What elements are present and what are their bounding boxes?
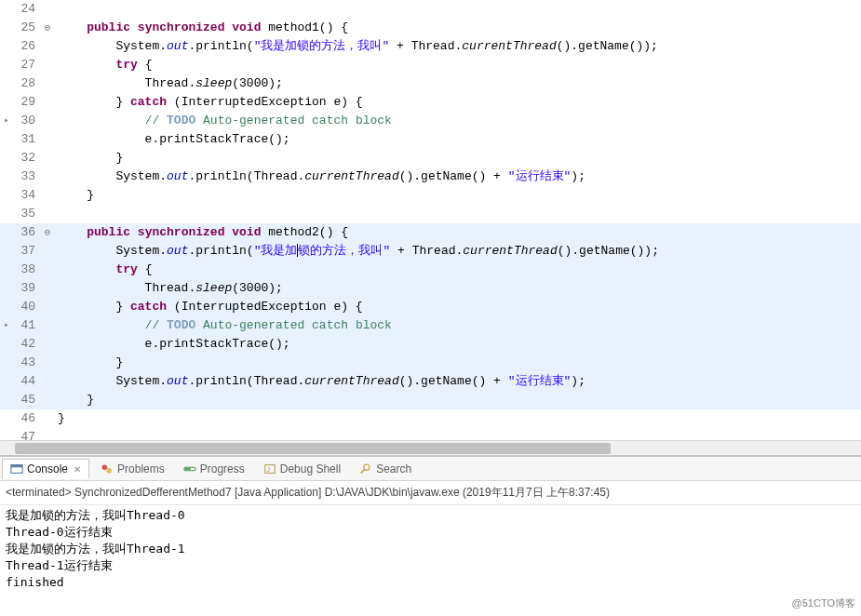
- code-line[interactable]: 44 System.out.println(Thread.currentThre…: [0, 372, 861, 391]
- scrollbar-thumb[interactable]: [15, 443, 611, 454]
- source-text[interactable]: try {: [54, 261, 861, 279]
- line-number: 24: [13, 0, 41, 19]
- line-number: 27: [13, 56, 41, 74]
- line-number: 41: [13, 316, 41, 335]
- source-text[interactable]: }: [54, 409, 861, 428]
- source-text[interactable]: }: [54, 391, 861, 409]
- code-line[interactable]: 47: [0, 428, 861, 440]
- source-text[interactable]: System.out.println("我是加锁的方法，我叫" + Thread…: [54, 37, 861, 56]
- svg-rect-5: [184, 468, 190, 470]
- debug-shell-icon: J: [263, 462, 276, 475]
- code-editor[interactable]: 2425⊖ public synchronized void method1()…: [0, 0, 861, 456]
- source-text[interactable]: System.out.println("我是加锁的方法，我叫" + Thread…: [54, 242, 861, 261]
- annotation-marker: [0, 261, 13, 279]
- line-number: 44: [13, 372, 41, 391]
- line-number: 30: [13, 112, 41, 130]
- code-line[interactable]: 31 e.printStackTrace();: [0, 130, 861, 149]
- source-text[interactable]: [54, 205, 861, 223]
- source-text[interactable]: public synchronized void method1() {: [54, 19, 861, 37]
- tab-console[interactable]: Console ✕: [2, 459, 89, 479]
- view-tabs: Console ✕ Problems Progress J Debug Shel…: [0, 457, 861, 481]
- annotation-marker: [0, 93, 13, 112]
- code-line[interactable]: 40 } catch (InterruptedException e) {: [0, 298, 861, 316]
- line-number: 39: [13, 279, 41, 298]
- watermark: @51CTO博客: [792, 596, 855, 610]
- code-line[interactable]: 34 }: [0, 186, 861, 205]
- fold-toggle: [41, 93, 54, 112]
- code-line[interactable]: 33 System.out.println(Thread.currentThre…: [0, 167, 861, 186]
- code-line[interactable]: 24: [0, 0, 861, 19]
- fold-toggle[interactable]: ⊖: [41, 19, 54, 37]
- code-line[interactable]: 25⊖ public synchronized void method1() {: [0, 19, 861, 37]
- source-text[interactable]: }: [54, 149, 861, 167]
- source-text[interactable]: e.printStackTrace();: [54, 130, 861, 149]
- fold-toggle: [41, 409, 54, 428]
- source-text[interactable]: System.out.println(Thread.currentThread(…: [54, 372, 861, 391]
- source-text[interactable]: e.printStackTrace();: [54, 335, 861, 354]
- annotation-marker: [0, 56, 13, 74]
- fold-toggle: [41, 130, 54, 149]
- console-output[interactable]: 我是加锁的方法，我叫Thread-0Thread-0运行结束我是加锁的方法，我叫…: [0, 505, 861, 593]
- line-number: 37: [13, 242, 41, 261]
- code-line[interactable]: 29 } catch (InterruptedException e) {: [0, 93, 861, 112]
- line-number: 47: [13, 428, 41, 440]
- source-text[interactable]: }: [54, 354, 861, 372]
- code-line[interactable]: 35: [0, 205, 861, 223]
- code-line[interactable]: 43 }: [0, 354, 861, 372]
- line-number: 42: [13, 335, 41, 354]
- fold-toggle: [41, 391, 54, 409]
- tab-search-label: Search: [376, 462, 411, 475]
- source-text[interactable]: System.out.println(Thread.currentThread(…: [54, 167, 861, 186]
- line-number: 31: [13, 130, 41, 149]
- horizontal-scrollbar[interactable]: [0, 440, 861, 455]
- annotation-marker: [0, 428, 13, 440]
- source-text[interactable]: }: [54, 186, 861, 205]
- code-line[interactable]: 28 Thread.sleep(3000);: [0, 74, 861, 93]
- code-line[interactable]: 27 try {: [0, 56, 861, 74]
- source-text[interactable]: [54, 0, 861, 19]
- line-number: 33: [13, 167, 41, 186]
- fold-toggle[interactable]: ⊖: [41, 223, 54, 242]
- code-line[interactable]: 46}: [0, 409, 861, 428]
- tab-search[interactable]: Search: [352, 460, 419, 478]
- source-text[interactable]: Thread.sleep(3000);: [54, 74, 861, 93]
- tab-debug-shell[interactable]: J Debug Shell: [256, 460, 348, 478]
- code-line[interactable]: 38 try {: [0, 261, 861, 279]
- svg-rect-1: [11, 465, 22, 468]
- line-number: 40: [13, 298, 41, 316]
- code-line[interactable]: ▸41 // TODO Auto-generated catch block: [0, 316, 861, 335]
- fold-toggle: [41, 186, 54, 205]
- source-text[interactable]: [54, 428, 861, 440]
- annotation-marker: [0, 37, 13, 56]
- fold-toggle: [41, 298, 54, 316]
- source-text[interactable]: // TODO Auto-generated catch block: [54, 112, 861, 130]
- tab-progress[interactable]: Progress: [176, 460, 252, 478]
- line-number: 43: [13, 354, 41, 372]
- code-line[interactable]: ▸30 // TODO Auto-generated catch block: [0, 112, 861, 130]
- tab-console-label: Console: [27, 462, 68, 475]
- close-icon[interactable]: ✕: [72, 464, 81, 475]
- code-line[interactable]: 39 Thread.sleep(3000);: [0, 279, 861, 298]
- code-line[interactable]: 45 }: [0, 391, 861, 409]
- annotation-marker: [0, 391, 13, 409]
- fold-toggle: [41, 149, 54, 167]
- annotation-marker: [0, 186, 13, 205]
- code-line[interactable]: 37 System.out.println("我是加锁的方法，我叫" + Thr…: [0, 242, 861, 261]
- code-line[interactable]: 26 System.out.println("我是加锁的方法，我叫" + Thr…: [0, 37, 861, 56]
- source-text[interactable]: public synchronized void method2() {: [54, 223, 861, 242]
- annotation-marker: [0, 279, 13, 298]
- source-text[interactable]: Thread.sleep(3000);: [54, 279, 861, 298]
- svg-point-3: [106, 467, 112, 473]
- source-text[interactable]: // TODO Auto-generated catch block: [54, 316, 861, 335]
- code-line[interactable]: 32 }: [0, 149, 861, 167]
- source-text[interactable]: try {: [54, 56, 861, 74]
- code-line[interactable]: 36⊖ public synchronized void method2() {: [0, 223, 861, 242]
- source-text[interactable]: } catch (InterruptedException e) {: [54, 298, 861, 316]
- annotation-marker: [0, 74, 13, 93]
- fold-toggle: [41, 37, 54, 56]
- line-number: 36: [13, 223, 41, 242]
- console-line: Thread-0运行结束: [6, 524, 855, 541]
- code-line[interactable]: 42 e.printStackTrace();: [0, 335, 861, 354]
- tab-problems[interactable]: Problems: [93, 460, 172, 478]
- source-text[interactable]: } catch (InterruptedException e) {: [54, 93, 861, 112]
